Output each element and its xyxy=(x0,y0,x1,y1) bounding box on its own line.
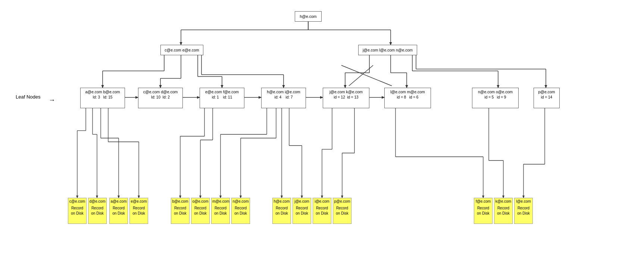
bottom-j: j@e.com Record on Disk xyxy=(293,198,311,224)
node-l2-left: c@e.com e@e.com xyxy=(160,45,203,55)
bottom-o: o@e.com Record on Disk xyxy=(191,198,210,224)
bottom-p: p@e.com Record on Disk xyxy=(333,198,351,224)
node-hi: h@e.com i@e.com id: 4 id: 7 xyxy=(261,88,306,108)
bottom-k: k@e.com Record on Disk xyxy=(494,198,513,224)
bottom-i: i@e.com Record on Disk xyxy=(313,198,331,224)
bottom-b: b@e.com Record on Disk xyxy=(171,198,190,224)
bottom-l: l@e.com Record on Disk xyxy=(514,198,533,224)
leaf-arrow: → xyxy=(49,96,55,104)
bottom-e: e@e.com Record on Disk xyxy=(129,198,148,224)
leaf-nodes-label: Leaf Nodes xyxy=(16,94,41,100)
node-ab: a@e.com b@e.com Id: 3 Id: 15 xyxy=(80,88,125,108)
diagram-container: Leaf Nodes → h@e.com c@e.com e@e.com j@e… xyxy=(0,0,644,262)
svg-line-32 xyxy=(349,65,373,86)
bottom-m: m@e.com Record on Disk xyxy=(211,198,230,224)
node-root: h@e.com xyxy=(295,11,322,22)
bottom-n: n@e.com Record on Disk xyxy=(231,198,250,224)
node-l2-right: j@e.com l@e.com n@e.com xyxy=(358,45,417,55)
node-lm: l@e.com m@e.com id = 8 id = 6 xyxy=(384,88,431,108)
bottom-f: f@e.com Record on Disk xyxy=(474,198,493,224)
node-cd: c@e.com d@e.com Id: 10 Id: 2 xyxy=(138,88,183,108)
node-p: p@e.com id = 14 xyxy=(534,88,560,108)
bottom-h: h@e.com Record on Disk xyxy=(272,198,291,224)
node-ef: e@e.com f@e.com id: 1 id: 11 xyxy=(200,88,244,108)
svg-line-31 xyxy=(341,65,392,86)
bottom-a: a@e.com Record on Disk xyxy=(109,198,128,224)
bottom-d: d@e.com Record on Disk xyxy=(88,198,107,224)
node-no: n@e.com o@e.com id = 5 id = 9 xyxy=(472,88,519,108)
node-jk: j@e.com k@e.com id = 12 id = 13 xyxy=(323,88,369,108)
bottom-c: c@e.com Record on Disk xyxy=(68,198,87,224)
